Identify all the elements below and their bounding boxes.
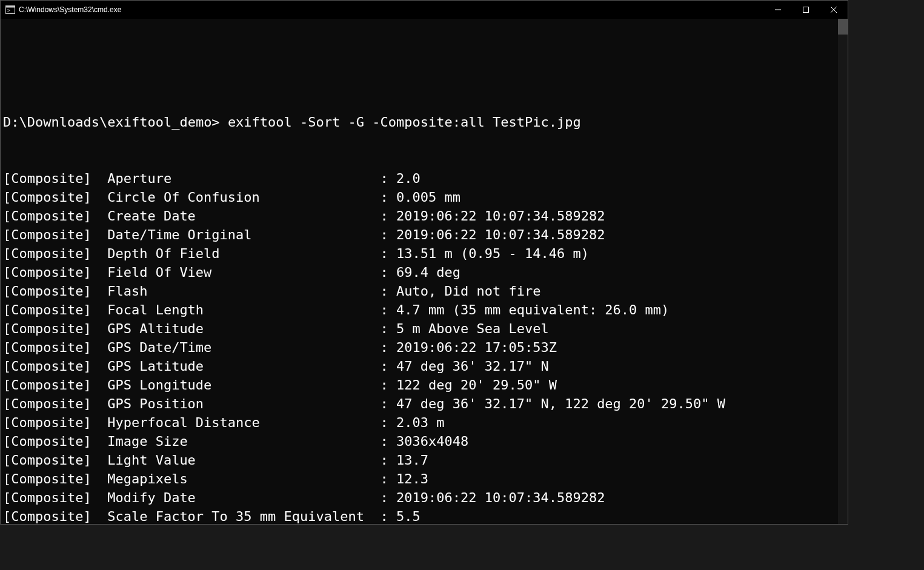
- tag-name: Focal Length: [107, 300, 380, 319]
- tag-name: Modify Date: [107, 488, 380, 507]
- tag-value: 4.7 mm (35 mm equivalent: 26.0 mm): [396, 300, 669, 319]
- tag-group: [Composite]: [3, 169, 107, 188]
- maximize-button[interactable]: [792, 1, 820, 19]
- tag-value: 2019:06:22 10:07:34.589282: [396, 225, 605, 244]
- output-row: [Composite] Modify Date : 2019:06:22 10:…: [3, 488, 836, 507]
- tag-value: 2019:06:22 10:07:34.589282: [396, 488, 605, 507]
- separator: :: [381, 432, 397, 451]
- output-row: [Composite] Circle Of Confusion : 0.005 …: [3, 188, 836, 207]
- tag-name: Create Date: [107, 207, 380, 225]
- tag-value: 5 m Above Sea Level: [396, 319, 549, 338]
- output-row: [Composite] Focal Length : 4.7 mm (35 mm…: [3, 300, 836, 319]
- command-line: D:\Downloads\exiftool_demo> exiftool -So…: [3, 113, 836, 131]
- tag-group: [Composite]: [3, 394, 107, 413]
- svg-rect-4: [803, 7, 809, 13]
- terminal-output[interactable]: D:\Downloads\exiftool_demo> exiftool -So…: [1, 19, 838, 524]
- output-row: [Composite] Depth Of Field : 13.51 m (0.…: [3, 244, 836, 263]
- tag-group: [Composite]: [3, 432, 107, 451]
- output-row: [Composite] GPS Date/Time : 2019:06:22 1…: [3, 338, 836, 357]
- separator: :: [381, 469, 397, 488]
- tag-value: 3036x4048: [396, 432, 468, 451]
- tag-name: Scale Factor To 35 mm Equivalent: [107, 507, 380, 524]
- tag-name: GPS Latitude: [107, 357, 380, 376]
- output-row: [Composite] Light Value : 13.7: [3, 451, 836, 469]
- tag-group: [Composite]: [3, 469, 107, 488]
- minimize-button[interactable]: [764, 1, 792, 19]
- tag-name: GPS Position: [107, 394, 380, 413]
- output-row: [Composite] Date/Time Original : 2019:06…: [3, 225, 836, 244]
- window-title: C:\Windows\System32\cmd.exe: [19, 5, 121, 14]
- close-button[interactable]: [820, 1, 848, 19]
- output-row: [Composite] Image Size : 3036x4048: [3, 432, 836, 451]
- separator: :: [381, 451, 397, 469]
- terminal-area: D:\Downloads\exiftool_demo> exiftool -So…: [1, 19, 848, 524]
- tag-group: [Composite]: [3, 488, 107, 507]
- tag-value: 2.03 m: [396, 413, 444, 432]
- vertical-scrollbar[interactable]: [838, 19, 848, 524]
- tag-value: 13.7: [396, 451, 428, 469]
- cmd-window: >_ C:\Windows\System32\cmd.exe D:\Downlo…: [0, 0, 848, 525]
- tag-name: GPS Date/Time: [107, 338, 380, 357]
- tag-group: [Composite]: [3, 207, 107, 225]
- tag-group: [Composite]: [3, 225, 107, 244]
- tag-group: [Composite]: [3, 282, 107, 300]
- separator: :: [381, 263, 397, 282]
- output-row: [Composite] GPS Longitude : 122 deg 20' …: [3, 376, 836, 394]
- tag-value: 47 deg 36' 32.17" N, 122 deg 20' 29.50" …: [396, 394, 725, 413]
- tag-name: Image Size: [107, 432, 380, 451]
- output-row: [Composite] Create Date : 2019:06:22 10:…: [3, 207, 836, 225]
- separator: :: [381, 507, 397, 524]
- tag-value: 5.5: [396, 507, 420, 524]
- tag-name: Circle Of Confusion: [107, 188, 380, 207]
- tag-group: [Composite]: [3, 376, 107, 394]
- separator: :: [381, 282, 397, 300]
- blank-line: [3, 56, 836, 75]
- tag-value: 2.0: [396, 169, 420, 188]
- output-row: [Composite] Megapixels : 12.3: [3, 469, 836, 488]
- separator: :: [381, 357, 397, 376]
- output-row: [Composite] Scale Factor To 35 mm Equiva…: [3, 507, 836, 524]
- tag-name: GPS Altitude: [107, 319, 380, 338]
- separator: :: [381, 207, 397, 225]
- scroll-thumb[interactable]: [838, 19, 848, 35]
- svg-text:>_: >_: [7, 8, 13, 13]
- tag-value: 2019:06:22 10:07:34.589282: [396, 207, 605, 225]
- tag-group: [Composite]: [3, 338, 107, 357]
- tag-name: Light Value: [107, 451, 380, 469]
- separator: :: [381, 338, 397, 357]
- tag-group: [Composite]: [3, 263, 107, 282]
- output-row: [Composite] Field Of View : 69.4 deg: [3, 263, 836, 282]
- output-row: [Composite] GPS Position : 47 deg 36' 32…: [3, 394, 836, 413]
- tag-group: [Composite]: [3, 188, 107, 207]
- tag-name: Field Of View: [107, 263, 380, 282]
- tag-value: 13.51 m (0.95 - 14.46 m): [396, 244, 589, 263]
- prompt: D:\Downloads\exiftool_demo>: [3, 114, 228, 130]
- output-row: [Composite] Aperture : 2.0: [3, 169, 836, 188]
- tag-group: [Composite]: [3, 300, 107, 319]
- tag-value: 2019:06:22 17:05:53Z: [396, 338, 557, 357]
- tag-group: [Composite]: [3, 507, 107, 524]
- separator: :: [381, 188, 397, 207]
- separator: :: [381, 319, 397, 338]
- separator: :: [381, 413, 397, 432]
- separator: :: [381, 394, 397, 413]
- output-row: [Composite] GPS Latitude : 47 deg 36' 32…: [3, 357, 836, 376]
- separator: :: [381, 300, 397, 319]
- tag-value: 12.3: [396, 469, 428, 488]
- tag-value: 47 deg 36' 32.17" N: [396, 357, 549, 376]
- tag-name: Hyperfocal Distance: [107, 413, 380, 432]
- tag-group: [Composite]: [3, 451, 107, 469]
- command-text: exiftool -Sort -G -Composite:all TestPic…: [228, 114, 581, 130]
- tag-value: 69.4 deg: [396, 263, 460, 282]
- separator: :: [381, 376, 397, 394]
- tag-name: Depth Of Field: [107, 244, 380, 263]
- tag-group: [Composite]: [3, 357, 107, 376]
- tag-value: 0.005 mm: [396, 188, 460, 207]
- tag-name: Aperture: [107, 169, 380, 188]
- tag-name: Megapixels: [107, 469, 380, 488]
- tag-name: Flash: [107, 282, 380, 300]
- tag-group: [Composite]: [3, 319, 107, 338]
- titlebar[interactable]: >_ C:\Windows\System32\cmd.exe: [1, 1, 848, 19]
- window-controls: [764, 1, 848, 19]
- tag-value: Auto, Did not fire: [396, 282, 540, 300]
